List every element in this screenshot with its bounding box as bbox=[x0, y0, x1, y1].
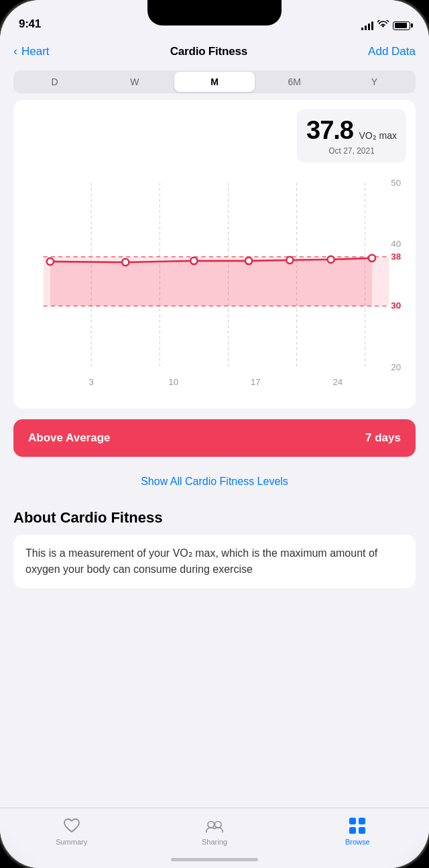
svg-text:50: 50 bbox=[391, 178, 401, 188]
tab-summary-label: Summary bbox=[56, 838, 87, 846]
about-title: About Cardio Fitness bbox=[13, 509, 416, 527]
heart-icon bbox=[62, 816, 81, 835]
period-btn-y[interactable]: Y bbox=[334, 72, 414, 92]
home-indicator bbox=[171, 858, 258, 861]
tab-browse[interactable]: Browse bbox=[286, 814, 429, 846]
svg-text:24: 24 bbox=[332, 377, 343, 387]
svg-point-22 bbox=[369, 255, 375, 262]
metric-date: Oct 27, 2021 bbox=[306, 146, 397, 156]
sharing-icon bbox=[205, 816, 224, 835]
tab-sharing-label: Sharing bbox=[202, 838, 227, 846]
show-all-link[interactable]: Show All Cardio Fitness Levels bbox=[0, 468, 429, 496]
about-text: This is a measurement of your VO₂ max, w… bbox=[25, 545, 404, 578]
svg-text:3: 3 bbox=[88, 377, 93, 387]
status-icons bbox=[361, 20, 410, 31]
add-data-button[interactable]: Add Data bbox=[368, 45, 416, 58]
period-selector: D W M 6M Y bbox=[13, 70, 416, 93]
tab-browse-label: Browse bbox=[345, 838, 370, 846]
battery-icon bbox=[393, 21, 410, 30]
back-label: Heart bbox=[21, 45, 50, 58]
about-section: About Cardio Fitness This is a measureme… bbox=[0, 496, 429, 595]
svg-marker-15 bbox=[50, 258, 372, 306]
metric-unit: VO₂ max bbox=[359, 130, 397, 141]
svg-point-21 bbox=[328, 256, 334, 263]
metric-value: 37.8 bbox=[306, 116, 353, 144]
svg-text:17: 17 bbox=[251, 377, 261, 387]
signal-icon bbox=[361, 21, 373, 30]
browse-icon bbox=[348, 816, 367, 835]
status-time: 9:41 bbox=[19, 17, 41, 31]
above-average-value: 7 days bbox=[365, 431, 401, 445]
chevron-left-icon: ‹ bbox=[13, 44, 17, 58]
period-btn-m[interactable]: M bbox=[174, 72, 254, 92]
page-title: Cardio Fitness bbox=[170, 45, 247, 58]
tab-sharing[interactable]: Sharing bbox=[143, 814, 286, 846]
svg-point-16 bbox=[47, 258, 54, 265]
metric-display: 37.8 VO₂ max Oct 27, 2021 bbox=[297, 109, 406, 162]
svg-point-20 bbox=[286, 257, 293, 264]
svg-rect-30 bbox=[359, 818, 365, 824]
above-average-banner[interactable]: Above Average 7 days bbox=[13, 419, 416, 457]
tab-summary[interactable]: Summary bbox=[0, 814, 143, 846]
svg-point-27 bbox=[208, 821, 214, 828]
period-btn-w[interactable]: W bbox=[95, 72, 174, 92]
period-btn-6m[interactable]: 6M bbox=[255, 72, 334, 92]
svg-point-18 bbox=[190, 258, 197, 264]
wifi-icon bbox=[377, 20, 389, 31]
period-btn-d[interactable]: D bbox=[15, 72, 95, 92]
nav-header: ‹ Heart Cardio Fitness Add Data bbox=[0, 36, 429, 65]
svg-text:30: 30 bbox=[391, 301, 401, 311]
svg-point-19 bbox=[245, 258, 252, 264]
svg-point-28 bbox=[214, 821, 221, 828]
svg-rect-32 bbox=[359, 827, 365, 834]
main-content: ‹ Heart Cardio Fitness Add Data D W M 6M… bbox=[0, 36, 429, 808]
svg-rect-29 bbox=[349, 818, 356, 824]
back-button[interactable]: ‹ Heart bbox=[13, 44, 50, 58]
svg-text:10: 10 bbox=[168, 377, 178, 387]
svg-rect-31 bbox=[349, 827, 356, 834]
chart-container: 37.8 VO₂ max Oct 27, 2021 bbox=[13, 100, 416, 409]
svg-text:20: 20 bbox=[391, 362, 401, 372]
chart-svg: 50 40 30 20 38 30 bbox=[23, 169, 406, 402]
svg-text:40: 40 bbox=[391, 239, 401, 249]
above-average-label: Above Average bbox=[28, 431, 111, 445]
svg-point-17 bbox=[122, 259, 129, 266]
svg-text:38: 38 bbox=[391, 252, 401, 262]
about-card: This is a measurement of your VO₂ max, w… bbox=[13, 535, 416, 588]
